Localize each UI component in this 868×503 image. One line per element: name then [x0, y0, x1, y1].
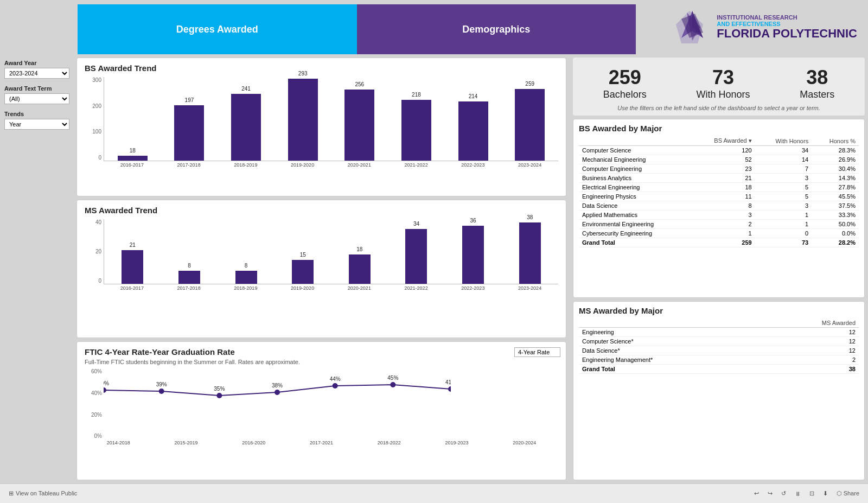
bar-x-label: 2016-2017 — [104, 162, 161, 168]
download-btn[interactable]: ⬇ — [823, 490, 828, 497]
bottom-controls[interactable]: ↩ ↪ ↺ ⏸ ⊡ ⬇ ⬡ Share — [754, 490, 859, 497]
ms-by-major-title: MS Awarded by Major — [579, 306, 859, 315]
col-honors-pct: Honors % — [812, 136, 859, 146]
graduation-rate-card: FTIC 4-Year Rate-Year Graduation Rate Fu… — [76, 341, 566, 480]
award-text-term-select[interactable]: (All) Fall Spring Summer — [4, 93, 69, 104]
redo-btn[interactable]: ↪ — [768, 490, 773, 497]
line-x-label: 2017-2021 — [288, 440, 355, 445]
table-row: Electrical Engineering 18 5 27.8% — [579, 183, 859, 192]
bs-bar: 214 — [458, 101, 488, 161]
honors-pct: 50.0% — [812, 220, 859, 229]
honors-pct: 27.8% — [812, 183, 859, 192]
honors-pct: 33.3% — [812, 211, 859, 220]
ms-major-name: Data Science* — [579, 346, 763, 355]
bottom-bar: ⊞View on Tableau Public ↩ ↪ ↺ ⏸ ⊡ ⬇ ⬡ Sh… — [0, 483, 868, 503]
bs-count: 18 — [691, 183, 755, 192]
ms-bar-x-label: 2017-2018 — [161, 285, 218, 291]
bs-y-axis: 3002001000 — [85, 77, 101, 161]
ms-bar: 21 — [122, 250, 143, 284]
honors-count: 1 — [755, 211, 812, 220]
line-point-label: 40% — [104, 380, 109, 386]
view-btn[interactable]: ⊡ — [809, 490, 814, 497]
ms-bar-group: 15 — [275, 219, 331, 284]
institution-name: INSTITUTIONAL RESEARCH AND EFFECTIVENESS… — [717, 14, 857, 40]
bar-value-label: 293 — [298, 71, 308, 77]
bs-count: 8 — [691, 201, 755, 211]
award-text-term-label: Award Text Term — [4, 85, 69, 92]
award-year-select[interactable]: 2023-2024 2022-2023 2021-2022 2020-2021 — [4, 68, 69, 79]
ms-major-name: Engineering Management* — [579, 355, 763, 365]
tableau-link[interactable]: ⊞View on Tableau Public — [9, 490, 77, 497]
undo-btn[interactable]: ↩ — [754, 490, 759, 497]
tab-demographics[interactable]: Demographics — [357, 4, 636, 54]
ms-bar-group: 21 — [104, 219, 161, 284]
line-point-label: 35% — [214, 386, 225, 392]
bs-trend-card: BS Awarded Trend 3002001000 181972412932… — [76, 58, 566, 196]
line-point — [104, 387, 106, 393]
honors-pct: 26.9% — [812, 155, 859, 164]
major-name: Grand Total — [579, 238, 691, 247]
bar-group: 241 — [218, 77, 275, 161]
ms-bar-x-label: 2020-2021 — [331, 285, 388, 291]
trends-select[interactable]: Year Term — [4, 119, 69, 130]
honors-pct: 30.4% — [812, 164, 859, 174]
stats-card: 259 Bachelors 73 With Honors 38 Masters … — [573, 58, 865, 116]
honors-count: 73 — [755, 238, 812, 247]
major-name: Computer Engineering — [579, 164, 691, 174]
bar-x-label: 2018-2019 — [218, 162, 275, 168]
honors-pct: 14.3% — [812, 174, 859, 183]
ms-bar: 8 — [235, 271, 257, 284]
ms-bar-x-label: 2023-2024 — [501, 285, 558, 291]
ms-bar-value-label: 36 — [470, 218, 476, 224]
col-bs-awarded: BS Awarded ▾ — [691, 136, 755, 146]
bar-value-label: 197 — [185, 97, 194, 103]
bs-bar: 218 — [401, 100, 431, 161]
line-point-label: 44% — [330, 376, 341, 382]
major-name: Applied Mathematics — [579, 211, 691, 220]
honors-count: 34 — [755, 146, 812, 155]
line-point-label: 45% — [387, 375, 398, 381]
major-name: Cybersecurity Engineering — [579, 229, 691, 238]
ms-by-major-table: MS Awarded Engineering 12 Computer Scien… — [579, 319, 859, 374]
grad-y-axis: 60%40%20%0% — [85, 368, 102, 439]
line-point-label: 39% — [156, 381, 167, 387]
tab-degrees[interactable]: Degrees Awarded — [78, 4, 357, 54]
pause-btn[interactable]: ⏸ — [795, 491, 801, 497]
ms-bar-x-label: 2018-2019 — [218, 285, 275, 291]
honors-count: 7 — [755, 164, 812, 174]
bs-bar: 259 — [515, 89, 545, 161]
ms-bar: 38 — [519, 222, 541, 284]
bs-count: 52 — [691, 155, 755, 164]
line-point — [216, 393, 222, 398]
bs-count: 21 — [691, 174, 755, 183]
ms-bar-group: 18 — [331, 219, 388, 284]
line-x-label: 2016-2020 — [220, 440, 288, 445]
ms-bar-group: 38 — [501, 219, 558, 284]
major-name: Engineering Physics — [579, 192, 691, 201]
major-name: Data Science — [579, 201, 691, 211]
honors-pct: 28.2% — [812, 238, 859, 247]
bar-x-label: 2021-2022 — [388, 162, 445, 168]
major-name: Electrical Engineering — [579, 183, 691, 192]
line-x-label: 2020-2024 — [490, 440, 558, 445]
share-btn[interactable]: ⬡ Share — [837, 490, 859, 497]
bs-trend-title: BS Awarded Trend — [85, 63, 558, 73]
line-point — [333, 383, 338, 389]
reset-btn[interactable]: ↺ — [781, 490, 786, 497]
table-row: Computer Engineering 23 7 30.4% — [579, 164, 859, 174]
ms-major-name: Engineering — [579, 328, 763, 337]
table-row: Engineering Physics 11 5 45.5% — [579, 192, 859, 201]
ms-bar-value-label: 8 — [245, 263, 248, 269]
col-major — [579, 136, 691, 146]
ms-col-awarded: MS Awarded — [763, 319, 859, 328]
ms-bar: 15 — [292, 260, 314, 284]
table-row: Engineering 12 — [579, 328, 859, 337]
graduation-rate-dropdown[interactable]: 4-Year Rate 6-Year Rate — [514, 347, 560, 357]
bar-group: 218 — [388, 77, 445, 161]
award-year-label: Award Year — [4, 60, 69, 66]
table-row: Environmental Engineering 2 1 50.0% — [579, 220, 859, 229]
line-x-label: 2014-2018 — [85, 440, 152, 445]
ms-bar-value-label: 34 — [413, 221, 419, 227]
table-row: Grand Total 259 73 28.2% — [579, 238, 859, 247]
bar-x-label: 2023-2024 — [501, 162, 558, 168]
